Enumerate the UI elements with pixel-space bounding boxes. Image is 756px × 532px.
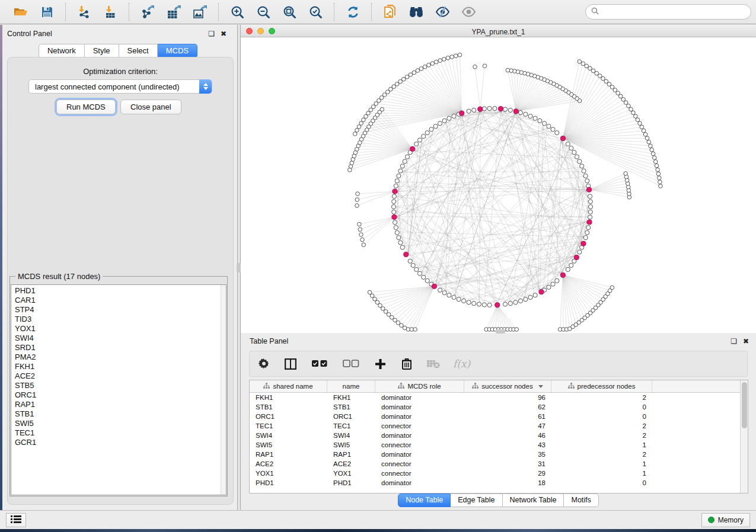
network-node[interactable] [547,124,551,129]
leaf-node[interactable] [362,118,366,122]
tab-node-table[interactable]: Node Table [398,493,451,507]
mcds-dominator-node[interactable] [560,273,565,277]
network-node[interactable] [477,302,481,306]
mcds-dominator-node[interactable] [560,136,565,141]
network-node[interactable] [397,174,401,178]
leaf-node[interactable] [610,286,614,290]
table-row[interactable]: PHD1PHD1dominator180 [250,478,740,488]
column-header-MCDS-role[interactable]: MCDS role [375,380,464,392]
export-network-button[interactable] [138,3,158,21]
network-node[interactable] [588,200,592,204]
network-node[interactable] [398,169,403,173]
leaf-node[interactable] [368,290,372,294]
mcds-dominator-node[interactable] [587,220,592,225]
first-neighbors-button[interactable] [406,3,426,21]
network-node[interactable] [524,297,528,302]
leaf-node[interactable] [659,184,663,188]
leaf-node[interactable] [416,69,420,73]
network-node[interactable] [425,131,429,135]
leaf-node[interactable] [369,108,373,112]
leaf-node[interactable] [359,233,363,237]
leaf-node[interactable] [645,136,649,140]
network-node[interactable] [391,204,395,209]
network-node[interactable] [487,107,492,111]
leaf-node[interactable] [638,121,642,126]
search-input[interactable] [602,8,745,16]
network-node[interactable] [588,215,592,219]
network-node[interactable] [457,297,461,302]
float-panel-icon[interactable]: ❏ [731,337,737,345]
network-node[interactable] [467,300,471,305]
tab-style[interactable]: Style [85,44,119,58]
network-node[interactable] [447,116,451,120]
leaf-node[interactable] [624,172,628,176]
leaf-node[interactable] [378,303,382,307]
mcds-result-item[interactable]: RAP1 [15,400,221,409]
network-node[interactable] [503,107,507,111]
mcds-dominator-node[interactable] [404,252,409,257]
mcds-dominator-node[interactable] [478,107,483,111]
leaf-node[interactable] [390,315,394,319]
column-header-name[interactable]: name [327,380,375,392]
network-node[interactable] [422,275,426,279]
mcds-result-item[interactable]: PMA2 [15,352,221,362]
table-scrollbar-thumb[interactable] [742,382,747,428]
network-node[interactable] [566,267,570,271]
network-canvas[interactable] [241,37,756,333]
leaf-node[interactable] [400,323,404,328]
network-node[interactable] [438,121,442,126]
leaf-node[interactable] [598,74,602,78]
leaf-node[interactable] [643,133,647,137]
mcds-result-item[interactable]: TEC1 [15,428,221,438]
leaf-node[interactable] [581,62,585,66]
leaf-node[interactable] [355,204,359,208]
network-node[interactable] [533,293,537,297]
network-node[interactable] [586,226,591,230]
table-row[interactable]: FKH1FKH1dominator962 [250,393,740,402]
leaf-node[interactable] [658,176,662,180]
leaf-node[interactable] [506,68,510,72]
leaf-node[interactable] [458,53,462,57]
network-node[interactable] [538,118,542,123]
leaf-node[interactable] [640,125,644,129]
network-node[interactable] [583,236,588,240]
close-panel-icon[interactable]: ✖ [743,337,749,345]
leaf-node[interactable] [483,64,487,68]
network-node[interactable] [547,285,551,289]
leaf-node[interactable] [656,172,661,176]
network-node[interactable] [472,108,476,112]
leaf-node[interactable] [396,321,400,325]
network-node[interactable] [482,303,486,307]
zoom-in-button[interactable] [227,3,247,21]
leaf-node[interactable] [370,294,374,298]
leaf-node[interactable] [393,318,397,322]
task-history-button[interactable] [6,513,26,527]
network-node[interactable] [442,291,446,295]
leaf-node[interactable] [618,94,623,98]
leaf-node[interactable] [651,152,655,156]
network-node[interactable] [414,142,419,146]
leaf-node[interactable] [647,140,651,144]
network-node[interactable] [392,194,396,198]
leaf-node[interactable] [629,107,633,111]
leaf-node[interactable] [438,59,442,63]
table-row[interactable]: ACE2ACE2connector311 [250,459,740,469]
leaf-node[interactable] [653,160,658,164]
leaf-node[interactable] [604,79,608,84]
network-node[interactable] [417,138,422,142]
table-row[interactable]: ORC1ORC1dominator610 [250,412,740,421]
leaf-node[interactable] [627,104,631,108]
network-node[interactable] [493,107,497,111]
network-node[interactable] [566,142,570,146]
network-node[interactable] [555,131,559,135]
network-node[interactable] [400,164,404,168]
zoom-fit-button[interactable] [279,3,299,21]
network-node[interactable] [393,220,397,225]
hide-selected-button[interactable] [432,3,452,21]
mcds-result-item[interactable]: YOX1 [15,324,221,334]
memory-button[interactable]: Memory [701,513,750,527]
network-node[interactable] [392,210,396,214]
column-header-predecessor-nodes[interactable]: predecessor nodes [551,380,652,392]
mcds-dominator-node[interactable] [460,111,464,116]
tab-edge-table[interactable]: Edge Table [451,493,502,507]
